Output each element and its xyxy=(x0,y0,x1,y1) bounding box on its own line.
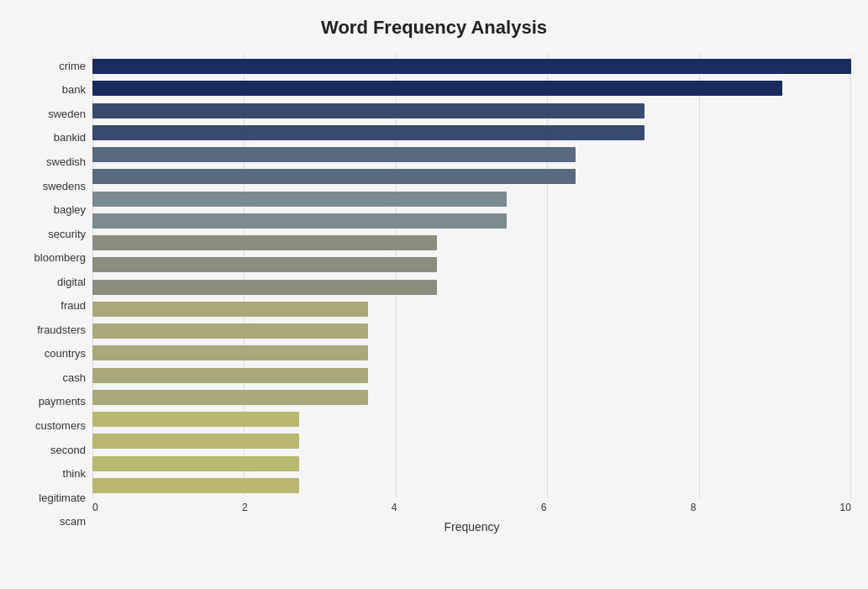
bar-row-fraud xyxy=(92,276,851,298)
grid-bars xyxy=(92,54,851,498)
y-label-swedens: swedens xyxy=(17,174,86,198)
chart-container: Word Frequency Analysis crimebankswedenb… xyxy=(0,0,868,589)
y-label-crime: crime xyxy=(17,54,86,78)
bar-row-bloomberg xyxy=(92,232,851,254)
y-label-second: second xyxy=(17,438,86,462)
bars-wrapper xyxy=(92,54,851,498)
y-label-fraud: fraud xyxy=(17,293,86,318)
bar-row-swedish xyxy=(92,144,851,166)
x-tick-5: 10 xyxy=(840,502,851,513)
bar-row-fraudsters xyxy=(92,298,851,320)
bar-row-security xyxy=(92,210,851,232)
bar-row-think xyxy=(92,430,851,452)
y-label-sweden: sweden xyxy=(17,102,86,126)
y-label-payments: payments xyxy=(17,390,86,414)
bar-customers xyxy=(92,390,368,405)
bar-security xyxy=(92,213,507,229)
bar-fraud xyxy=(92,280,437,295)
bar-row-crime xyxy=(92,55,851,77)
y-label-bagley: bagley xyxy=(17,197,86,222)
bar-row-sweden xyxy=(92,100,851,122)
y-label-bloomberg: bloomberg xyxy=(17,245,86,270)
y-label-scam: scam xyxy=(17,509,86,534)
bar-row-scam xyxy=(92,475,851,497)
bar-row-bankid xyxy=(92,122,851,144)
bar-row-bank xyxy=(92,77,851,99)
chart-area: crimebankswedenbankidswedishswedensbagle… xyxy=(17,54,851,534)
x-tick-3: 6 xyxy=(541,502,547,513)
bar-row-customers xyxy=(92,387,851,408)
y-axis-labels: crimebankswedenbankidswedishswedensbagle… xyxy=(17,54,92,534)
chart-title: Word Frequency Analysis xyxy=(17,17,851,39)
y-label-bankid: bankid xyxy=(17,126,86,150)
bar-row-legitimate xyxy=(92,453,851,475)
bars-section: 0246810 Frequency xyxy=(92,54,851,534)
x-tick-4: 8 xyxy=(691,502,697,513)
bar-digital xyxy=(92,257,437,272)
bar-row-countrys xyxy=(92,320,851,342)
x-tick-0: 0 xyxy=(92,502,98,513)
bar-second xyxy=(92,412,299,427)
bar-bagley xyxy=(92,192,507,207)
x-tick-2: 4 xyxy=(392,502,397,513)
bar-sweden xyxy=(92,103,644,118)
y-label-cash: cash xyxy=(17,365,86,390)
bar-row-swedens xyxy=(92,166,851,187)
bar-row-second xyxy=(92,408,851,430)
bar-cash xyxy=(92,345,368,360)
x-tick-1: 2 xyxy=(242,502,248,513)
bar-bankid xyxy=(92,125,644,140)
bar-swedens xyxy=(92,169,576,184)
y-label-legitimate: legitimate xyxy=(17,486,86,510)
x-axis-title: Frequency xyxy=(92,520,851,534)
bar-countrys xyxy=(92,323,368,339)
bar-row-digital xyxy=(92,254,851,276)
y-label-countrys: countrys xyxy=(17,342,86,366)
y-label-bank: bank xyxy=(17,78,86,103)
bar-payments xyxy=(92,368,368,383)
bar-legitimate xyxy=(92,456,299,471)
y-label-swedish: swedish xyxy=(17,150,86,174)
y-label-customers: customers xyxy=(17,413,86,438)
bar-swedish xyxy=(92,147,576,162)
bar-think xyxy=(92,434,299,449)
y-label-digital: digital xyxy=(17,270,86,294)
bar-row-bagley xyxy=(92,188,851,210)
y-label-security: security xyxy=(17,222,86,246)
bar-crime xyxy=(92,59,851,74)
bar-fraudsters xyxy=(92,302,368,317)
bar-bank xyxy=(92,81,782,96)
y-label-think: think xyxy=(17,461,86,486)
bar-bloomberg xyxy=(92,235,437,250)
bar-scam xyxy=(92,478,299,493)
x-axis-labels: 0246810 xyxy=(92,498,851,513)
y-label-fraudsters: fraudsters xyxy=(17,318,86,342)
bar-row-cash xyxy=(92,342,851,364)
bar-row-payments xyxy=(92,365,851,387)
